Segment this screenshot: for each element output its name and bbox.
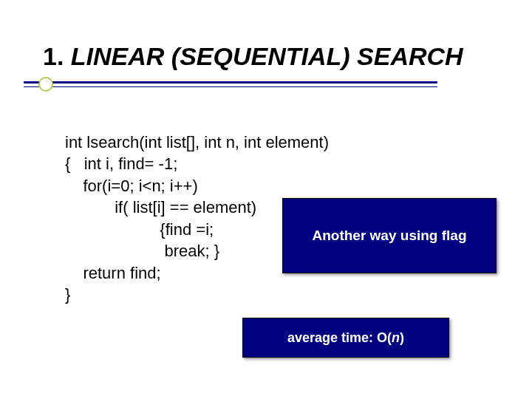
avg-n: n: [392, 330, 400, 345]
bullet-ring-icon: [38, 77, 53, 92]
slide-title: 1. LINEAR (SEQUENTIAL) SEARCH: [43, 43, 463, 70]
title-text: LINEAR (SEQUENTIAL) SEARCH: [71, 42, 463, 70]
avg-suffix: ): [400, 330, 404, 345]
rule-thin: [24, 86, 437, 87]
code-line: for(i=0; i<n; i++): [65, 177, 198, 195]
callout-average-time: average time: O(n): [242, 318, 449, 358]
code-line: return find;: [65, 264, 161, 282]
code-line: {find =i;: [65, 220, 214, 239]
code-line: }: [65, 285, 70, 304]
avg-prefix: average time: O(: [287, 330, 392, 345]
callout-flag-text: Another way using flag: [312, 228, 466, 244]
title-underline: [24, 81, 437, 111]
callout-average-text: average time: O(n): [287, 330, 404, 346]
rule-thick: [24, 81, 437, 83]
code-line: { int i, find= -1;: [65, 154, 177, 173]
title-index: 1.: [43, 42, 64, 70]
code-line: if( list[i] == element): [65, 198, 256, 216]
code-line: int lsearch(int list[], int n, int eleme…: [65, 133, 329, 151]
callout-flag: Another way using flag: [282, 198, 497, 273]
slide: 1. LINEAR (SEQUENTIAL) SEARCH int lsearc…: [0, 0, 532, 399]
code-line: break; }: [65, 242, 219, 260]
